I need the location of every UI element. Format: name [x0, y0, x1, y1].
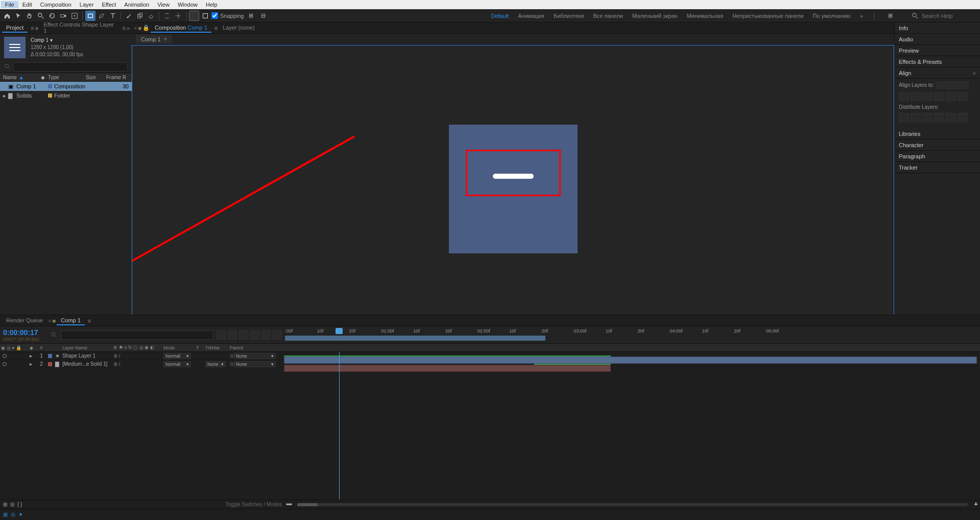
fill-swatch[interactable]: [189, 11, 199, 21]
panel-character[interactable]: Character: [895, 139, 980, 151]
workspace-libraries[interactable]: Библиотеки: [554, 13, 584, 19]
type-tool[interactable]: [108, 11, 118, 21]
status-icon2[interactable]: ⊙: [11, 511, 15, 518]
dist-3[interactable]: [922, 113, 933, 122]
pen-tool[interactable]: [97, 11, 107, 21]
clone-tool[interactable]: [135, 11, 145, 21]
col-size[interactable]: Size: [86, 75, 104, 80]
workspace-reset-icon[interactable]: ⊞: [885, 11, 895, 21]
workspace-allpanels[interactable]: Все панели: [593, 13, 623, 19]
dist-4[interactable]: [934, 113, 944, 122]
comp-breadcrumb[interactable]: Comp 1▾: [136, 35, 172, 43]
parent-select-1[interactable]: None▾: [234, 353, 276, 359]
panel-preview[interactable]: Preview: [895, 45, 980, 56]
dist-2[interactable]: [911, 113, 921, 122]
composition-panel-tab[interactable]: Composition Comp 1: [151, 23, 211, 33]
panel-paragraph[interactable]: Paragraph: [895, 151, 980, 162]
project-item-solids[interactable]: ▸ ▇ Solids Folder: [0, 91, 132, 100]
tl-foot-btn3[interactable]: { }: [17, 502, 22, 507]
stroke-swatch[interactable]: [200, 11, 210, 21]
anchor-tool[interactable]: [69, 11, 80, 21]
parent-select-2[interactable]: None▾: [234, 361, 276, 367]
effectcontrols-tab[interactable]: Effect Controls Shape Layer 1: [39, 20, 119, 36]
rect-tool[interactable]: [85, 11, 95, 21]
col-type[interactable]: Type: [48, 75, 84, 80]
lock-icon[interactable]: 🔒: [142, 25, 150, 31]
puppet-tool[interactable]: [173, 11, 183, 21]
workspace-small[interactable]: Маленький экран: [632, 13, 678, 19]
menu-animation[interactable]: Animation: [120, 1, 153, 8]
roto-tool[interactable]: [162, 11, 172, 21]
tl-btn-1[interactable]: [217, 330, 226, 340]
snapping-checkbox[interactable]: [211, 12, 218, 19]
rotate-tool[interactable]: [47, 11, 57, 21]
status-icon1[interactable]: ⊞: [3, 511, 8, 518]
col-name[interactable]: Name: [3, 75, 17, 80]
panel-audio[interactable]: Audio: [895, 34, 980, 45]
panel-libraries[interactable]: Libraries: [895, 128, 980, 139]
eraser-tool[interactable]: [146, 11, 156, 21]
project-search[interactable]: [13, 62, 128, 72]
tl-foot-btn1[interactable]: ⊞: [3, 502, 7, 507]
search-help-input[interactable]: [922, 13, 978, 19]
align-right[interactable]: [922, 92, 933, 101]
bar-solid[interactable]: [284, 365, 611, 372]
col-frame[interactable]: Frame R: [106, 75, 129, 80]
snap-opt1[interactable]: ⊞: [246, 11, 256, 21]
layer-row-1[interactable]: ▸ 1 ★ Shape Layer 1 ⊕ / Normal▾ ⊙ None▾: [0, 352, 980, 360]
render-queue-tab[interactable]: Render Queue: [2, 316, 47, 325]
brush-tool[interactable]: [124, 11, 134, 21]
tl-foot-btn2[interactable]: ⊟: [10, 502, 14, 507]
playhead[interactable]: [336, 328, 343, 334]
align-hcenter[interactable]: [911, 92, 921, 101]
menu-file[interactable]: File: [1, 1, 18, 8]
zoom-tool[interactable]: [36, 11, 46, 21]
menu-layer[interactable]: Layer: [76, 1, 98, 8]
tl-btn-5[interactable]: [261, 330, 271, 340]
hand-tool[interactable]: [25, 11, 35, 21]
tl-btn-2[interactable]: [228, 330, 237, 340]
menu-view[interactable]: View: [153, 1, 174, 8]
menu-composition[interactable]: Composition: [36, 1, 76, 8]
home-button[interactable]: [2, 11, 12, 21]
mode-select-2[interactable]: Normal▾: [163, 361, 191, 367]
comp-thumbnail[interactable]: [4, 37, 26, 58]
align-top[interactable]: [934, 92, 944, 101]
current-time[interactable]: 0:00:00:17: [3, 328, 39, 337]
panel-info[interactable]: Info: [895, 22, 980, 34]
dist-5[interactable]: [946, 113, 956, 122]
project-tab[interactable]: Project: [2, 23, 28, 33]
workspace-more[interactable]: »: [860, 13, 863, 19]
panel-effects[interactable]: Effects & Presets: [895, 56, 980, 67]
project-item-comp1[interactable]: ▣ Comp 1 Composition 30: [0, 82, 132, 91]
align-left[interactable]: [899, 92, 909, 101]
shape-layer[interactable]: [493, 174, 534, 179]
tl-btn-4[interactable]: [250, 330, 259, 340]
align-vcenter[interactable]: [946, 92, 956, 101]
mode-select-1[interactable]: Normal▾: [163, 353, 191, 359]
panel-tracker[interactable]: Tracker: [895, 162, 980, 173]
align-target-select[interactable]: [936, 82, 969, 89]
layer-panel-tab[interactable]: Layer (none): [219, 23, 258, 33]
menu-help[interactable]: Help: [202, 1, 222, 8]
trkmat-select-2[interactable]: None▾: [205, 361, 226, 367]
workspace-default2[interactable]: По умолчанию: [812, 13, 850, 19]
timeline-comp-tab[interactable]: Comp 1: [57, 316, 85, 325]
time-ruler[interactable]: :00f10f20f01:00f10f20f02:00f10f20f03:00f…: [285, 326, 980, 343]
panel-more[interactable]: »: [127, 25, 130, 31]
panel-align[interactable]: Align≡: [895, 67, 980, 79]
status-icon3[interactable]: ✦: [18, 511, 23, 518]
dist-6[interactable]: [958, 113, 968, 122]
menu-effect[interactable]: Effect: [98, 1, 120, 8]
tl-btn-6[interactable]: [273, 330, 282, 340]
workspace-undocked[interactable]: Непристыкованные панели: [732, 13, 803, 19]
align-bottom[interactable]: [958, 92, 968, 101]
tl-search[interactable]: [61, 330, 213, 340]
tl-btn-3[interactable]: [239, 330, 248, 340]
camera-tool[interactable]: [58, 11, 68, 21]
menu-edit[interactable]: Edit: [18, 1, 36, 8]
bar-shape[interactable]: [284, 357, 977, 364]
workspace-minimal[interactable]: Минимальная: [687, 13, 724, 19]
menu-window[interactable]: Window: [174, 1, 202, 8]
workspace-default[interactable]: Default: [491, 13, 509, 19]
